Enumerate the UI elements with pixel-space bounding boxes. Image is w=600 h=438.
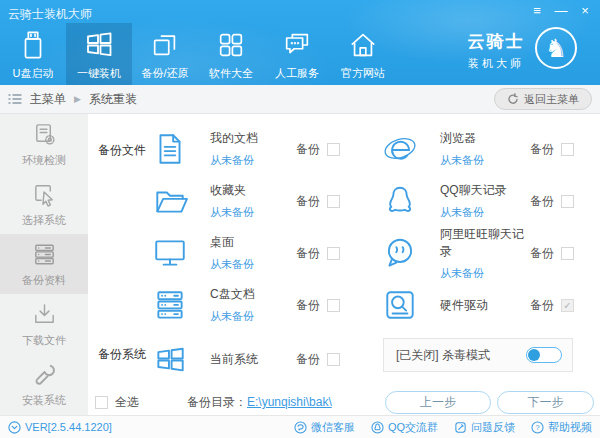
item-status-link[interactable]: 从未备份 xyxy=(210,257,296,272)
nav-item-one-key-install[interactable]: 一键装机 xyxy=(66,23,132,85)
wechat-icon xyxy=(294,421,307,434)
backup-item-browser: 浏览器 从未备份 备份 xyxy=(382,126,574,172)
document-icon xyxy=(152,131,188,167)
backup-item-wangwang-history: 阿里旺旺聊天记录 从未备份 备份 xyxy=(382,230,574,276)
item-name: 当前系统 xyxy=(210,351,296,368)
breadcrumb: 主菜单 ▶ 系统重装 xyxy=(8,91,137,108)
backup-files-section-label: 备份文件 xyxy=(98,142,146,159)
backup-checkbox[interactable] xyxy=(327,143,340,156)
install-system-icon xyxy=(31,361,58,388)
item-name: 我的文档 xyxy=(210,130,296,147)
software-grid-icon xyxy=(216,28,246,62)
sidebar-item-download-file[interactable]: 下载文件 xyxy=(0,294,88,354)
backup-checkbox[interactable] xyxy=(561,195,574,208)
back-to-menu-button[interactable]: 返回主菜单 xyxy=(494,88,592,110)
folder-icon xyxy=(152,183,188,219)
nav-label: 一键装机 xyxy=(77,66,121,81)
nav-label: 官方网站 xyxy=(341,66,385,81)
wechat-support-link[interactable]: 微信客服 xyxy=(294,420,355,435)
env-check-icon xyxy=(31,121,58,148)
sidebar-item-backup-data[interactable]: 备份资料 xyxy=(0,234,88,294)
support-chat-icon xyxy=(282,28,312,62)
list-menu-icon xyxy=(8,93,22,105)
feedback-icon xyxy=(454,421,467,434)
status-bar: VER[2.5.44.1220] 微信客服 QQ交流群 问题反馈 xyxy=(0,415,600,438)
previous-step-button[interactable]: 上一步 xyxy=(385,391,491,414)
breadcrumb-separator-icon: ▶ xyxy=(74,94,81,104)
sidebar-item-label: 选择系统 xyxy=(22,213,66,228)
nav-item-support[interactable]: 人工服务 xyxy=(264,23,330,85)
sidebar-item-label: 安装系统 xyxy=(22,393,66,408)
backup-label: 备份 xyxy=(296,141,320,158)
sidebar-item-label: 环境检测 xyxy=(22,153,66,168)
menu-icon[interactable]: ≡ xyxy=(530,3,544,18)
item-status-link[interactable]: 从未备份 xyxy=(440,153,530,168)
backup-checkbox[interactable] xyxy=(327,247,340,260)
status-link-label: QQ交流群 xyxy=(388,420,438,435)
nav-item-website[interactable]: 官方网站 xyxy=(330,23,396,85)
backup-restore-icon xyxy=(150,28,180,62)
help-video-link[interactable]: ? 帮助视频 xyxy=(531,420,592,435)
backup-dir-path-link[interactable]: E:\yunqishi\bak\ xyxy=(247,395,332,409)
app-header: 云骑士装机大师 ≡ — × U盘启动 一键装机 备份/ xyxy=(0,0,600,85)
backup-item-current-system: 当前系统 备份 xyxy=(152,336,340,382)
sidebar-item-label: 备份资料 xyxy=(22,273,66,288)
sidebar-item-install-system[interactable]: 安装系统 xyxy=(0,354,88,414)
nav-item-backup-restore[interactable]: 备份/还原 xyxy=(132,23,198,85)
nav-label: 备份/还原 xyxy=(141,66,188,81)
backup-checkbox[interactable] xyxy=(561,143,574,156)
status-link-label: 问题反馈 xyxy=(471,420,515,435)
download-file-icon xyxy=(31,301,58,328)
item-status-link[interactable]: 从未备份 xyxy=(210,309,296,324)
backup-checkbox[interactable] xyxy=(561,299,574,312)
item-name: C盘文档 xyxy=(210,286,296,303)
window-controls: ≡ — × xyxy=(530,3,592,18)
desktop-monitor-icon xyxy=(152,235,188,271)
backup-label: 备份 xyxy=(296,193,320,210)
item-status-link[interactable]: 从未备份 xyxy=(210,205,296,220)
sidebar-item-env-check[interactable]: 环境检测 xyxy=(0,114,88,174)
nav-item-software[interactable]: 软件大全 xyxy=(198,23,264,85)
select-all-checkbox[interactable] xyxy=(95,396,108,409)
nav-item-usb-boot[interactable]: U盘启动 xyxy=(0,23,66,85)
item-status-link[interactable]: 从未备份 xyxy=(440,266,530,281)
one-key-install-icon xyxy=(83,28,115,62)
backup-item-my-documents: 我的文档 从未备份 备份 xyxy=(152,126,340,172)
close-icon[interactable]: × xyxy=(578,3,592,18)
qq-group-link[interactable]: QQ交流群 xyxy=(371,420,438,435)
window-title: 云骑士装机大师 xyxy=(8,6,92,23)
backup-label: 备份 xyxy=(296,297,320,314)
next-step-button[interactable]: 下一步 xyxy=(497,391,594,414)
backup-checkbox[interactable] xyxy=(561,247,574,260)
official-site-icon xyxy=(348,28,378,62)
backup-checkbox[interactable] xyxy=(327,353,340,366)
status-link-label: 微信客服 xyxy=(311,420,355,435)
item-status-link[interactable]: 从未备份 xyxy=(210,153,296,168)
backup-label: 备份 xyxy=(530,245,554,262)
wangwang-bubble-icon xyxy=(382,235,418,271)
backup-item-desktop: 桌面 从未备份 备份 xyxy=(152,230,340,276)
minimize-icon[interactable]: — xyxy=(554,3,568,18)
status-link-label: 帮助视频 xyxy=(548,420,592,435)
brand-logo: 云骑士 装机大师 xyxy=(460,30,532,71)
sidebar-item-select-system[interactable]: 选择系统 xyxy=(0,174,88,234)
item-name: 收藏夹 xyxy=(210,182,296,199)
antivirus-toggle[interactable] xyxy=(526,347,562,363)
svg-text:♞: ♞ xyxy=(545,34,567,62)
antivirus-mode-label: [已关闭] 杀毒模式 xyxy=(396,347,490,364)
item-name: 阿里旺旺聊天记录 xyxy=(440,226,530,260)
backup-item-favorites: 收藏夹 从未备份 备份 xyxy=(152,178,340,224)
item-name: 浏览器 xyxy=(440,130,530,147)
feedback-link[interactable]: 问题反馈 xyxy=(454,420,515,435)
backup-checkbox[interactable] xyxy=(327,195,340,208)
version-info[interactable]: VER[2.5.44.1220] xyxy=(8,421,112,434)
item-status-link[interactable]: 从未备份 xyxy=(440,205,530,220)
select-system-icon xyxy=(31,181,58,208)
ie-browser-icon xyxy=(382,131,418,167)
item-name: 硬件驱动 xyxy=(440,297,530,314)
breadcrumb-current: 系统重装 xyxy=(89,91,137,108)
toggle-knob-icon xyxy=(528,349,540,361)
select-all-label: 全选 xyxy=(115,394,139,411)
breadcrumb-root[interactable]: 主菜单 xyxy=(30,91,66,108)
backup-checkbox[interactable] xyxy=(327,299,340,312)
